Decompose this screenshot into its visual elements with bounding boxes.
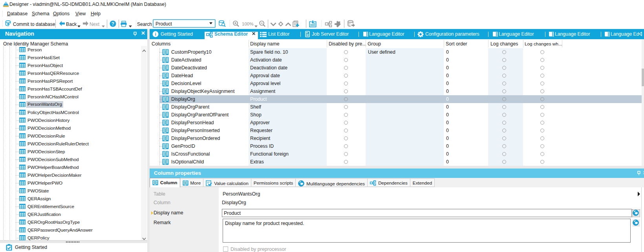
svg-text:?: ? [112, 21, 114, 27]
svg-text:i: i [155, 32, 156, 36]
